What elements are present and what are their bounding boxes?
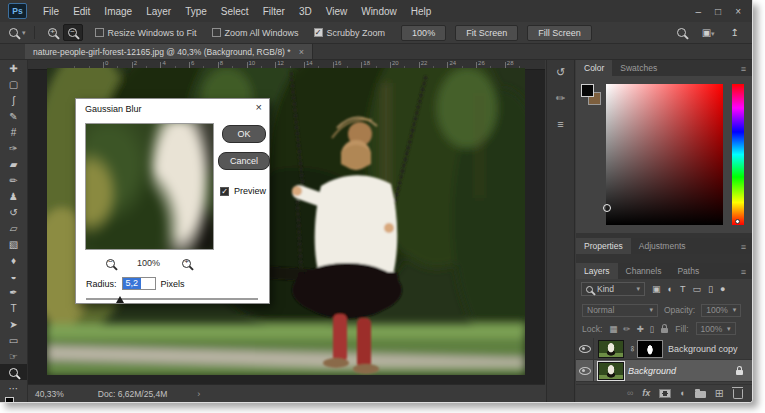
zoom-all-windows-checkbox[interactable] — [212, 28, 221, 37]
tab-layers[interactable]: Layers — [576, 263, 618, 279]
tab-close-icon[interactable]: × — [299, 47, 304, 57]
fit-screen-button[interactable]: Fit Screen — [455, 25, 518, 41]
menu-file[interactable]: File — [36, 6, 66, 17]
layer-mask-thumbnail[interactable] — [637, 340, 663, 358]
add-layer-mask-icon[interactable] — [659, 389, 671, 398]
cancel-button[interactable]: Cancel — [218, 152, 270, 170]
clone-stamp-tool[interactable]: ♟ — [0, 188, 27, 204]
tab-properties[interactable]: Properties — [576, 238, 631, 254]
menu-3d[interactable]: 3D — [292, 6, 319, 17]
dialog-close-icon[interactable]: × — [256, 101, 262, 113]
zoom-in-button[interactable] — [43, 24, 63, 41]
color-selector-ring[interactable] — [603, 204, 611, 212]
zoom-out-button[interactable] — [63, 24, 83, 41]
layer-row-background-copy[interactable]: ∞ Background copy — [576, 338, 752, 360]
eraser-tool[interactable]: ▱ — [0, 220, 27, 236]
active-tool-badge[interactable]: ▾ — [9, 28, 26, 37]
fill-dropdown[interactable]: 100%▾ — [696, 322, 736, 335]
panel-menu-icon[interactable]: ≡ — [741, 267, 746, 277]
move-tool[interactable]: ✚ — [0, 60, 27, 76]
preview-checkbox[interactable]: ✓ — [220, 187, 229, 196]
tab-swatches[interactable]: Swatches — [612, 60, 665, 76]
slider-track[interactable] — [86, 298, 258, 300]
rectangular-marquee-tool[interactable]: ▢ — [0, 76, 27, 92]
zoom-tool[interactable] — [0, 364, 27, 380]
rectangle-tool[interactable]: ▭ — [0, 332, 27, 348]
slider-thumb[interactable] — [116, 296, 124, 303]
scrubby-zoom-checkbox[interactable]: ✓ — [314, 28, 323, 37]
edit-toolbar-ellipsis[interactable]: ⋯ — [0, 380, 27, 396]
tab-adjustments[interactable]: Adjustments — [631, 238, 694, 254]
lock-image-icon[interactable]: ✏ — [623, 324, 630, 334]
visibility-toggle[interactable] — [576, 360, 594, 381]
document-tab[interactable]: nature-people-girl-forest-12165.jpg @ 40… — [25, 44, 313, 59]
history-brush-tool[interactable]: ↺ — [0, 204, 27, 220]
lock-artboard-icon[interactable]: ▯ — [650, 324, 655, 334]
foreground-background-swatches[interactable] — [581, 84, 603, 108]
visibility-toggle[interactable] — [576, 338, 594, 359]
tab-channels[interactable]: Channels — [618, 263, 670, 279]
pen-tool[interactable]: ✒ — [0, 284, 27, 300]
panel-menu-icon[interactable]: ≡ — [741, 64, 746, 74]
crop-tool[interactable]: # — [0, 124, 27, 140]
search-icon[interactable] — [677, 28, 686, 37]
menu-edit[interactable]: Edit — [66, 6, 97, 17]
delete-layer-icon[interactable] — [733, 389, 743, 399]
menu-select[interactable]: Select — [214, 6, 256, 17]
brush-settings-panel-icon[interactable]: ✏ — [556, 92, 565, 105]
layer-filter-kind-dropdown[interactable]: Kind ▾ — [581, 282, 645, 296]
menu-view[interactable]: View — [319, 6, 355, 17]
filter-type-layers-icon[interactable]: T — [680, 284, 686, 294]
layer-name[interactable]: Background copy — [668, 344, 738, 354]
filter-shape-layers-icon[interactable]: ▭ — [692, 284, 701, 294]
color-saturation-square[interactable] — [606, 84, 723, 225]
lock-all-icon[interactable] — [661, 328, 668, 333]
blur-tool[interactable]: ♦ — [0, 252, 27, 268]
hue-selector-dot[interactable] — [735, 219, 740, 224]
layer-row-background[interactable]: Background — [576, 360, 752, 382]
background-color-swatch[interactable] — [11, 402, 20, 403]
filter-toggle-icon[interactable]: ● — [720, 284, 725, 294]
toolbar-color-swatches[interactable] — [0, 397, 27, 403]
workspace-switcher-icon[interactable]: ▣▾ — [702, 27, 715, 38]
new-adjustment-layer-icon[interactable]: ◐ — [680, 388, 685, 398]
radius-input[interactable]: 5,2 — [122, 277, 156, 290]
path-selection-tool[interactable]: ➤ — [0, 316, 27, 332]
eyedropper-tool[interactable]: ✑ — [0, 140, 27, 156]
foreground-color-swatch[interactable] — [581, 84, 594, 97]
layer-name[interactable]: Background — [628, 366, 676, 376]
filter-adjustment-layers-icon[interactable]: ◐ — [668, 284, 673, 294]
radius-slider[interactable] — [86, 295, 258, 303]
quick-selection-tool[interactable]: ✎ — [0, 108, 27, 124]
scrubby-zoom-option[interactable]: ✓Scrubby Zoom — [314, 28, 386, 38]
type-tool[interactable]: T — [0, 300, 27, 316]
foreground-color-swatch[interactable] — [5, 397, 14, 403]
share-icon[interactable]: ↥ — [731, 27, 739, 38]
layer-thumbnail[interactable] — [598, 340, 624, 358]
maximize-button[interactable]: □ — [715, 6, 721, 17]
blend-mode-dropdown[interactable]: Normal▾ — [582, 304, 658, 317]
layer-thumbnail[interactable] — [598, 362, 624, 380]
lasso-tool[interactable]: ʃ — [0, 92, 27, 108]
menu-image[interactable]: Image — [97, 6, 139, 17]
new-group-icon[interactable] — [695, 391, 706, 398]
ok-button[interactable]: OK — [222, 125, 266, 143]
fill-screen-button[interactable]: Fill Screen — [527, 25, 592, 41]
minimize-button[interactable]: – — [696, 6, 702, 17]
filter-smart-objects-icon[interactable]: ▯ — [708, 284, 713, 294]
resize-windows-to-fit-option[interactable]: Resize Windows to Fit — [95, 28, 197, 38]
tab-color[interactable]: Color — [576, 60, 612, 76]
100-button[interactable]: 100% — [401, 25, 446, 41]
opacity-dropdown[interactable]: 100%▾ — [701, 304, 741, 317]
link-layers-icon[interactable]: ∞ — [627, 388, 633, 398]
resize-windows-to-fit-checkbox[interactable] — [95, 28, 104, 37]
history-panel-icon[interactable]: ↺ — [556, 66, 565, 79]
menu-layer[interactable]: Layer — [139, 6, 178, 17]
zoom-all-windows-option[interactable]: Zoom All Windows — [212, 28, 299, 38]
hue-slider[interactable] — [732, 84, 744, 225]
lock-position-icon[interactable]: ✚ — [636, 324, 643, 334]
preview-zoom-out-icon[interactable] — [106, 259, 115, 268]
menu-help[interactable]: Help — [404, 6, 439, 17]
blur-preview-thumbnail[interactable] — [85, 123, 214, 250]
lock-transparency-icon[interactable]: ▦ — [609, 324, 617, 334]
